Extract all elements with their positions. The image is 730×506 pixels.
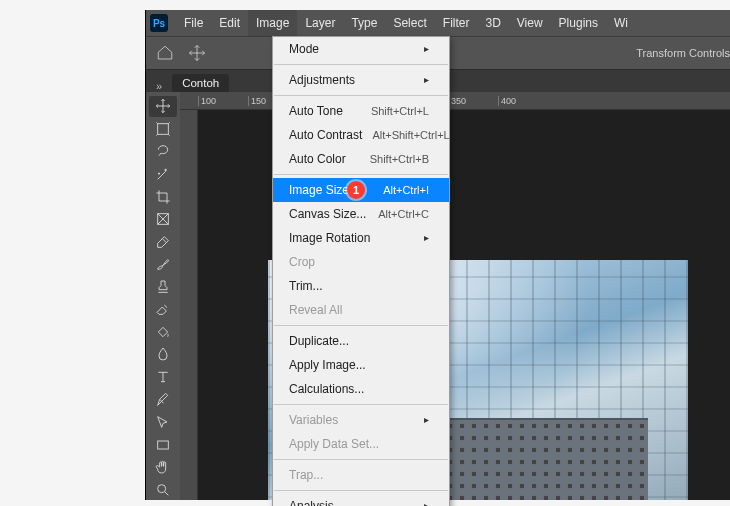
menubar: Ps FileEditImageLayerTypeSelectFilter3DV… — [146, 10, 730, 36]
hand-tool[interactable] — [149, 457, 177, 478]
menu-plugins[interactable]: Plugins — [551, 10, 606, 36]
menu-item-auto-contrast[interactable]: Auto ContrastAlt+Shift+Ctrl+L — [273, 123, 449, 147]
menu-type[interactable]: Type — [343, 10, 385, 36]
magic-wand-tool[interactable] — [149, 164, 177, 185]
zoom-icon — [155, 482, 171, 498]
move-icon — [155, 98, 171, 114]
menu-item-label: Auto Tone — [289, 102, 343, 120]
stamp-tool[interactable] — [149, 277, 177, 298]
stamp-icon — [155, 279, 171, 295]
menu-wi[interactable]: Wi — [606, 10, 636, 36]
rectangle-tool[interactable] — [149, 434, 177, 455]
menu-item-label: Image Rotation — [289, 229, 370, 247]
ruler-tick: 350 — [448, 96, 498, 106]
eraser-icon — [155, 301, 171, 317]
menu-item-crop: Crop — [273, 250, 449, 274]
canvas-area[interactable]: 100150200250300350400 — [180, 92, 730, 500]
menu-item-shortcut: Alt+Ctrl+I — [373, 181, 429, 199]
menu-item-analysis[interactable]: Analysis — [273, 494, 449, 506]
menu-select[interactable]: Select — [385, 10, 434, 36]
menu-item-canvas-size[interactable]: Canvas Size...Alt+Ctrl+C — [273, 202, 449, 226]
app-logo: Ps — [150, 14, 168, 32]
ruler-horizontal: 100150200250300350400 — [180, 92, 730, 110]
menu-item-reveal-all: Reveal All — [273, 298, 449, 322]
menu-item-label: Variables — [289, 411, 338, 429]
artboard-tool[interactable] — [149, 119, 177, 140]
menu-item-label: Canvas Size... — [289, 205, 366, 223]
frame-tool[interactable] — [149, 209, 177, 230]
menu-item-label: Crop — [289, 253, 315, 271]
menu-item-trap: Trap... — [273, 463, 449, 487]
menu-separator — [274, 490, 448, 491]
menu-layer[interactable]: Layer — [297, 10, 343, 36]
menu-3d[interactable]: 3D — [477, 10, 508, 36]
transform-controls-label[interactable]: Transform Controls — [636, 47, 730, 59]
zoom-tool[interactable] — [149, 480, 177, 501]
menu-item-image-rotation[interactable]: Image Rotation — [273, 226, 449, 250]
menu-item-duplicate[interactable]: Duplicate... — [273, 329, 449, 353]
menu-item-label: Analysis — [289, 497, 334, 506]
crop-tool[interactable] — [149, 186, 177, 207]
eyedropper-icon — [155, 234, 171, 250]
hand-icon — [155, 459, 171, 475]
panel-collapse-icon[interactable]: » — [156, 80, 162, 92]
move-tool[interactable] — [149, 96, 177, 117]
frame-icon — [155, 211, 171, 227]
menu-item-label: Duplicate... — [289, 332, 349, 350]
menu-item-label: Apply Data Set... — [289, 435, 379, 453]
brush-icon — [155, 256, 171, 272]
rectangle-icon — [155, 437, 171, 453]
menu-item-auto-color[interactable]: Auto ColorShift+Ctrl+B — [273, 147, 449, 171]
magic-wand-icon — [155, 166, 171, 182]
menu-item-auto-tone[interactable]: Auto ToneShift+Ctrl+L — [273, 99, 449, 123]
menu-item-image-size[interactable]: Image Size...Alt+Ctrl+I1 — [273, 178, 449, 202]
menu-separator — [274, 95, 448, 96]
menu-separator — [274, 325, 448, 326]
pen-tool[interactable] — [149, 389, 177, 410]
tool-panel — [146, 92, 180, 500]
paint-bucket-tool[interactable] — [149, 322, 177, 343]
brush-tool[interactable] — [149, 254, 177, 275]
menu-item-label: Calculations... — [289, 380, 364, 398]
menu-item-label: Adjustments — [289, 71, 355, 89]
menu-item-label: Mode — [289, 40, 319, 58]
eyedropper-tool[interactable] — [149, 231, 177, 252]
menu-item-calculations[interactable]: Calculations... — [273, 377, 449, 401]
menu-separator — [274, 174, 448, 175]
home-icon[interactable] — [156, 44, 174, 62]
document-tab[interactable]: Contoh — [172, 74, 229, 92]
menu-item-label: Trim... — [289, 277, 323, 295]
menu-item-variables: Variables — [273, 408, 449, 432]
menu-item-mode[interactable]: Mode — [273, 37, 449, 61]
crop-icon — [155, 189, 171, 205]
menu-item-apply-data-set: Apply Data Set... — [273, 432, 449, 456]
step-badge: 1 — [347, 181, 365, 199]
path-icon — [155, 414, 171, 430]
menu-view[interactable]: View — [509, 10, 551, 36]
svg-point-3 — [158, 485, 166, 493]
ruler-vertical — [180, 110, 198, 500]
svg-rect-0 — [158, 124, 169, 135]
eraser-tool[interactable] — [149, 299, 177, 320]
lasso-tool[interactable] — [149, 141, 177, 162]
menu-item-shortcut: Alt+Shift+Ctrl+L — [362, 126, 449, 144]
smudge-icon — [155, 346, 171, 362]
move-tool-icon[interactable] — [188, 44, 206, 62]
menu-filter[interactable]: Filter — [435, 10, 478, 36]
menu-item-label: Apply Image... — [289, 356, 366, 374]
menu-item-label: Auto Color — [289, 150, 346, 168]
pen-icon — [155, 392, 171, 408]
menu-item-apply-image[interactable]: Apply Image... — [273, 353, 449, 377]
menu-file[interactable]: File — [176, 10, 211, 36]
paint-bucket-icon — [155, 324, 171, 340]
menu-item-adjustments[interactable]: Adjustments — [273, 68, 449, 92]
menu-separator — [274, 404, 448, 405]
menu-image[interactable]: Image — [248, 10, 297, 36]
type-icon — [155, 369, 171, 385]
type-tool[interactable] — [149, 367, 177, 388]
image-menu-dropdown: ModeAdjustmentsAuto ToneShift+Ctrl+LAuto… — [272, 36, 450, 506]
smudge-tool[interactable] — [149, 344, 177, 365]
path-tool[interactable] — [149, 412, 177, 433]
menu-edit[interactable]: Edit — [211, 10, 248, 36]
menu-item-trim[interactable]: Trim... — [273, 274, 449, 298]
